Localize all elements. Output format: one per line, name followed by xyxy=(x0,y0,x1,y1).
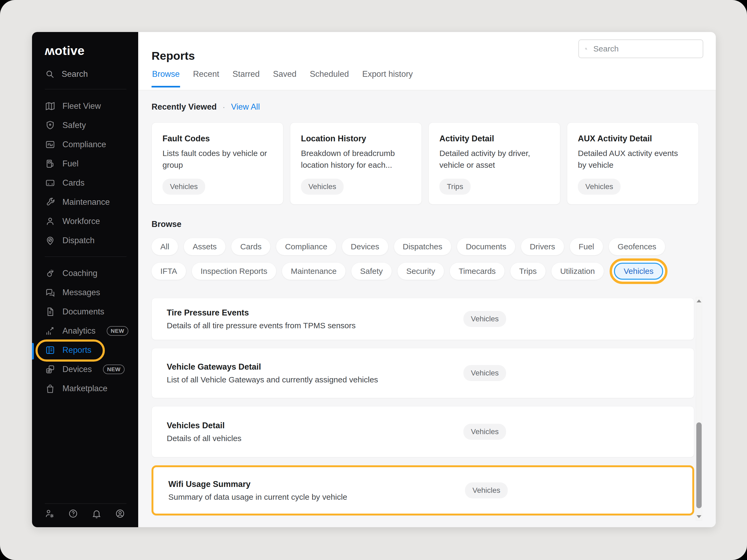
sidebar-item-maintenance[interactable]: Maintenance xyxy=(45,192,134,212)
compliance-icon xyxy=(45,139,55,150)
person-icon xyxy=(45,216,55,227)
report-card-activity-detail[interactable]: Activity Detail Detailed activity by dri… xyxy=(429,123,560,205)
sidebar-item-compliance[interactable]: Compliance xyxy=(45,135,134,154)
search-icon xyxy=(585,44,588,53)
filter-timecards[interactable]: Timecards xyxy=(450,263,505,280)
search-input[interactable] xyxy=(593,44,697,54)
filter-vehicles[interactable]: Vehicles xyxy=(614,263,664,280)
report-row-tire-pressure-events[interactable]: Tire Pressure Events Details of all tire… xyxy=(152,298,694,340)
sidebar-item-label: Fuel xyxy=(62,159,78,168)
sidebar-item-dispatch[interactable]: Dispatch xyxy=(45,231,134,250)
list-scrollbar[interactable] xyxy=(696,297,702,521)
filter-documents[interactable]: Documents xyxy=(457,238,515,255)
sidebar-item-devices[interactable]: Devices NEW xyxy=(45,360,134,379)
devices-icon xyxy=(45,364,55,375)
card-tag: Vehicles xyxy=(578,179,621,195)
recently-viewed-header: Recently Viewed · View All xyxy=(152,102,260,112)
new-badge: NEW xyxy=(107,326,128,336)
sidebar-item-marketplace[interactable]: Marketplace xyxy=(45,379,134,398)
wrench-icon xyxy=(45,197,55,208)
tab-saved[interactable]: Saved xyxy=(273,69,297,87)
report-table-icon xyxy=(45,345,55,355)
sidebar-item-messages[interactable]: Messages xyxy=(45,283,134,302)
sidebar-divider xyxy=(45,257,126,257)
view-all-link[interactable]: View All xyxy=(231,102,260,112)
app-window: ʍotive Search Fleet View Safety Complian… xyxy=(32,32,716,527)
sidebar-item-label: Fleet View xyxy=(62,101,101,111)
filter-compliance[interactable]: Compliance xyxy=(276,238,336,255)
separator-dot: · xyxy=(223,102,225,111)
sidebar-item-label: Workforce xyxy=(62,216,100,226)
report-card-aux-activity-detail[interactable]: AUX Activity Detail Detailed AUX activit… xyxy=(567,123,699,205)
tab-recent[interactable]: Recent xyxy=(192,69,220,87)
content-body: Recently Viewed · View All Fault Codes L… xyxy=(138,90,716,527)
filter-all[interactable]: All xyxy=(152,238,178,255)
report-row-wifi-usage-summary[interactable]: Wifi Usage Summary Summary of data usage… xyxy=(152,465,694,515)
sidebar-item-label: Reports xyxy=(62,345,92,355)
sidebar-item-fuel[interactable]: Fuel xyxy=(45,154,134,174)
filter-cards[interactable]: Cards xyxy=(231,238,270,255)
desktop-background: ʍotive Search Fleet View Safety Complian… xyxy=(0,0,747,560)
bell-icon[interactable] xyxy=(91,508,102,519)
sidebar-item-cards[interactable]: Cards xyxy=(45,174,134,192)
sidebar-item-label: Dispatch xyxy=(62,236,95,245)
sidebar-item-label: Analytics xyxy=(62,326,96,336)
filter-row-2: IFTA Inspection Reports Maintenance Safe… xyxy=(152,259,668,284)
filter-inspection-reports[interactable]: Inspection Reports xyxy=(192,263,276,280)
sidebar-search[interactable]: Search xyxy=(45,67,88,81)
filter-devices[interactable]: Devices xyxy=(342,238,388,255)
help-circle-icon[interactable] xyxy=(68,508,78,519)
tab-scheduled[interactable]: Scheduled xyxy=(309,69,350,87)
sidebar-item-safety[interactable]: Safety xyxy=(45,116,134,135)
tab-starred[interactable]: Starred xyxy=(232,69,260,87)
row-title: Vehicle Gateways Detail xyxy=(167,362,694,372)
sidebar-item-documents[interactable]: Documents xyxy=(45,302,134,321)
sidebar: ʍotive Search Fleet View Safety Complian… xyxy=(32,32,138,527)
filter-safety[interactable]: Safety xyxy=(351,263,392,280)
content-header: Reports Browse Recent Starred Saved Sche… xyxy=(138,32,716,90)
filter-maintenance[interactable]: Maintenance xyxy=(282,263,345,280)
motive-logo: ʍotive xyxy=(45,43,84,58)
filter-dispatches[interactable]: Dispatches xyxy=(394,238,451,255)
card-description: Lists fault codes by vehicle or group xyxy=(162,148,273,171)
filter-ifta[interactable]: IFTA xyxy=(152,263,186,280)
tab-export-history[interactable]: Export history xyxy=(362,69,413,87)
sidebar-item-workforce[interactable]: Workforce xyxy=(45,212,134,231)
sidebar-footer xyxy=(44,508,125,519)
row-tag: Vehicles xyxy=(463,311,506,327)
scrollbar-thumb[interactable] xyxy=(696,422,702,508)
report-card-location-history[interactable]: Location History Breakdown of breadcrumb… xyxy=(290,123,422,205)
filter-assets[interactable]: Assets xyxy=(184,238,226,255)
filter-geofences[interactable]: Geofences xyxy=(609,238,665,255)
filter-fuel[interactable]: Fuel xyxy=(570,238,603,255)
filter-trips[interactable]: Trips xyxy=(510,263,546,280)
sidebar-item-analytics[interactable]: Analytics NEW xyxy=(45,321,134,341)
report-row-vehicles-detail[interactable]: Vehicles Detail Details of all vehicles … xyxy=(152,406,694,457)
shield-icon xyxy=(45,120,55,131)
user-gear-icon[interactable] xyxy=(44,508,55,519)
row-description: Summary of data usage in current cycle b… xyxy=(168,492,692,502)
new-badge: NEW xyxy=(103,365,125,374)
row-title: Wifi Usage Summary xyxy=(168,479,692,489)
sidebar-divider xyxy=(45,89,126,89)
filter-drivers[interactable]: Drivers xyxy=(521,238,564,255)
sidebar-item-reports[interactable]: Reports xyxy=(45,341,134,360)
card-title: Fault Codes xyxy=(162,134,273,143)
search-box[interactable] xyxy=(578,39,703,58)
tab-browse[interactable]: Browse xyxy=(152,69,180,87)
filter-security[interactable]: Security xyxy=(397,263,444,280)
sidebar-item-fleet-view[interactable]: Fleet View xyxy=(45,97,134,116)
scroll-up-arrow-icon[interactable] xyxy=(697,299,701,302)
row-tag: Vehicles xyxy=(463,424,506,440)
sidebar-item-coaching[interactable]: Coaching xyxy=(45,264,134,283)
filter-utilization[interactable]: Utilization xyxy=(551,263,604,280)
report-row-vehicle-gateways-detail[interactable]: Vehicle Gateways Detail List of all Vehi… xyxy=(152,348,694,398)
sidebar-item-label: Safety xyxy=(62,121,86,130)
scroll-down-arrow-icon[interactable] xyxy=(697,515,701,518)
search-icon xyxy=(45,69,55,79)
report-card-fault-codes[interactable]: Fault Codes Lists fault codes by vehicle… xyxy=(152,123,283,205)
user-circle-icon[interactable] xyxy=(115,508,125,519)
recently-viewed-cards: Fault Codes Lists fault codes by vehicle… xyxy=(152,123,699,205)
row-title: Vehicles Detail xyxy=(167,421,694,430)
chat-bubbles-icon xyxy=(45,287,55,298)
